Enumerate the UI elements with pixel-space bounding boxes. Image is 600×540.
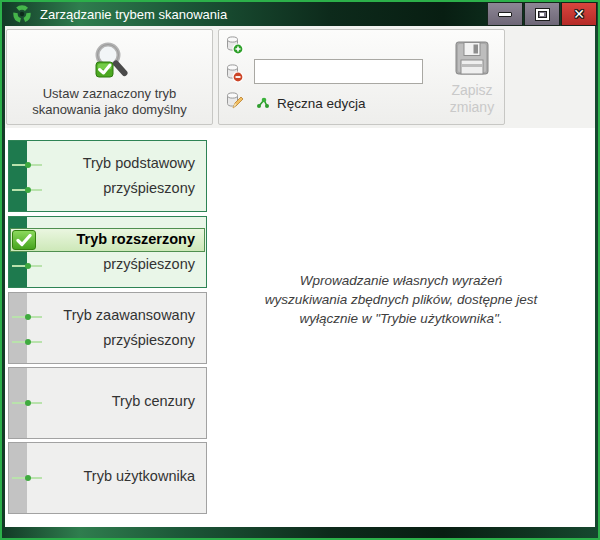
manual-edit-label: Ręczna edycja — [277, 96, 366, 111]
app-logo-icon — [13, 5, 31, 23]
set-default-mode-button[interactable]: Ustaw zaznaczony tryb skanowania jako do… — [6, 29, 213, 125]
molecule-icon — [256, 96, 270, 110]
close-icon: ✕ — [573, 7, 585, 21]
mode-item-tryb-rozszerzony[interactable]: Tryb rozszerzony przyśpieszony — [8, 216, 207, 288]
minimize-icon — [498, 12, 512, 17]
info-line-2: wyszukiwania zbędnych plików, dostępne j… — [220, 290, 582, 309]
save-label-line2: zmiany — [441, 99, 503, 116]
mode-label: Tryb cenzury — [112, 393, 195, 409]
manual-edit-toggle[interactable]: Ręczna edycja — [256, 92, 366, 114]
window-controls: ✕ — [487, 2, 597, 26]
branch-dot-icon — [12, 164, 42, 166]
branch-dot-icon — [12, 265, 42, 267]
branch-dot-icon — [12, 477, 42, 479]
branch-dot-icon — [12, 189, 42, 191]
selected-mode-label: Tryb rozszerzony — [77, 231, 195, 247]
add-expression-icon[interactable] — [224, 35, 244, 55]
mode-item-tryb-zaawansowany[interactable]: Tryb zaawansowany przyśpieszony — [8, 292, 207, 364]
toolbar: Ustaw zaznaczony tryb skanowania jako do… — [5, 26, 595, 128]
mode-item-tryb-cenzury[interactable]: Tryb cenzury — [8, 367, 207, 439]
selected-check-icon — [12, 230, 36, 250]
set-default-label-line2: skanowania jako domyślny — [32, 102, 187, 118]
info-line-3: wyłącznie w "Trybie użytkownika". — [220, 309, 582, 328]
mode-sublabel: przyśpieszony — [103, 180, 195, 196]
minimize-button[interactable] — [487, 2, 523, 26]
mode-label: Tryb zaawansowany — [63, 307, 195, 323]
branch-dot-icon — [12, 402, 42, 404]
mode-sublabel: przyśpieszony — [103, 332, 195, 348]
floppy-disk-icon — [452, 38, 492, 78]
remove-expression-icon[interactable] — [224, 63, 244, 83]
info-line-1: Wprowadzanie własnych wyrażeń — [220, 271, 582, 290]
save-changes-button[interactable]: Zapisz zmiany — [441, 33, 503, 123]
branch-dot-icon — [12, 341, 42, 343]
edit-expression-icon[interactable] — [224, 91, 244, 111]
window-title: Zarządzanie trybem skanowania — [40, 7, 227, 22]
close-button[interactable]: ✕ — [561, 2, 597, 26]
mode-item-tryb-podstawowy[interactable]: Tryb podstawowy przyśpieszony — [8, 140, 207, 212]
selected-mode-row[interactable]: Tryb rozszerzony — [10, 228, 205, 252]
maximize-button[interactable] — [524, 2, 560, 26]
maximize-icon — [536, 9, 549, 20]
info-message: Wprowadzanie własnych wyrażeń wyszukiwan… — [220, 271, 582, 328]
expression-input[interactable] — [254, 59, 423, 84]
mode-sublabel: przyśpieszony — [103, 256, 195, 272]
client-area: Ustaw zaznaczony tryb skanowania jako do… — [5, 26, 595, 527]
mode-label: Tryb użytkownika — [84, 468, 195, 484]
app-window: Zarządzanie trybem skanowania ✕ — [0, 0, 600, 540]
set-default-label-line1: Ustaw zaznaczony tryb — [43, 86, 177, 102]
expression-editor-group: Ręczna edycja Zapisz zmiany — [218, 29, 505, 125]
save-label-line1: Zapisz — [441, 82, 503, 99]
title-bar[interactable]: Zarządzanie trybem skanowania ✕ — [2, 2, 598, 26]
mode-label: Tryb podstawowy — [83, 155, 195, 171]
branch-dot-icon — [12, 316, 42, 318]
window-frame: Zarządzanie trybem skanowania ✕ — [2, 2, 598, 538]
mode-item-tryb-uzytkownika[interactable]: Tryb użytkownika — [8, 442, 207, 514]
magnifier-check-icon — [87, 40, 133, 86]
